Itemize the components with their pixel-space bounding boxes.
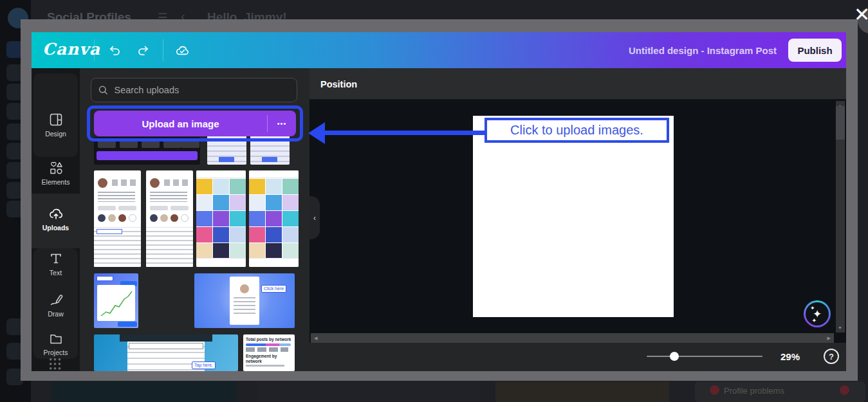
sidebar-item-label: Text bbox=[50, 269, 62, 277]
zoom-level: 29% bbox=[780, 351, 800, 362]
tutorial-tooltip: Click to upload images. bbox=[485, 118, 669, 143]
sidebar-item-label: Projects bbox=[44, 349, 68, 356]
undo-icon[interactable] bbox=[107, 43, 122, 57]
upload-thumbnail[interactable]: Click here bbox=[194, 273, 295, 328]
upload-thumbnail[interactable]: Tap here. bbox=[94, 334, 238, 371]
close-icon[interactable]: ✕ bbox=[854, 3, 868, 26]
draw-icon bbox=[49, 292, 63, 307]
scroll-left-icon[interactable]: ◀ bbox=[314, 336, 317, 341]
redo-icon[interactable] bbox=[136, 43, 151, 57]
uploads-panel: Upload an image ••• bbox=[80, 68, 309, 371]
zoom-slider-thumb[interactable] bbox=[670, 352, 679, 361]
tap-here-label: Tap here. bbox=[192, 361, 216, 369]
vertical-scrollbar[interactable]: ▲ ▼ bbox=[836, 101, 845, 333]
error-icon bbox=[710, 385, 719, 395]
search-icon bbox=[98, 84, 108, 96]
canvas-area: Click to upload images. ‹ ✦✦✦ ▲ ▼ ◀ ▶ bbox=[309, 100, 846, 371]
sidebar-item-label: Uploads bbox=[42, 224, 69, 232]
sidebar-item-label: Draw bbox=[48, 310, 64, 318]
background-image bbox=[51, 381, 237, 402]
elements-icon bbox=[49, 160, 63, 176]
assistant-button[interactable]: ✦✦✦ bbox=[804, 300, 831, 327]
sparkle-icon: ✦✦✦ bbox=[806, 302, 829, 325]
publish-button[interactable]: Publish bbox=[788, 39, 842, 62]
tutorial-arrow bbox=[322, 131, 486, 135]
apps-grid-icon[interactable]: ●●●●●●●●● bbox=[47, 357, 64, 370]
text-icon bbox=[49, 251, 63, 266]
sidebar-item-label: Elements bbox=[42, 178, 70, 186]
canva-topbar: Canva Untitled design - Instagram Post bbox=[32, 32, 846, 68]
upload-thumbnail[interactable] bbox=[146, 170, 193, 267]
profile-problems-label: Profile problems bbox=[724, 386, 784, 396]
tutorial-modal: Canva Untitled design - Instagram Post bbox=[21, 19, 858, 381]
upload-thumbnail[interactable] bbox=[249, 170, 299, 267]
collapse-panel-button[interactable]: ‹ bbox=[309, 196, 320, 239]
design-icon bbox=[49, 112, 63, 127]
help-button[interactable]: ? bbox=[824, 349, 839, 364]
design-page[interactable] bbox=[473, 116, 674, 317]
scroll-down-icon[interactable]: ▼ bbox=[838, 325, 842, 330]
projects-icon bbox=[49, 331, 63, 346]
uploads-icon bbox=[48, 206, 64, 221]
upload-thumbnail[interactable]: Total posts by network Engagement by net… bbox=[243, 334, 295, 371]
cloud-saved-icon bbox=[174, 43, 189, 57]
search-input[interactable] bbox=[114, 85, 290, 95]
sidebar-item-projects[interactable]: Projects bbox=[32, 331, 80, 356]
tutorial-tooltip-text: Click to upload images. bbox=[510, 123, 643, 138]
canva-logo: Canva bbox=[42, 40, 100, 59]
zoom-bar: 29% ? bbox=[309, 343, 846, 371]
sidebar-item-label: Design bbox=[45, 130, 66, 138]
divider bbox=[94, 39, 95, 61]
upload-thumbnail[interactable] bbox=[196, 170, 246, 267]
position-button[interactable]: Position bbox=[320, 79, 357, 89]
more-options-icon[interactable]: ••• bbox=[268, 120, 296, 127]
scroll-right-icon[interactable]: ▶ bbox=[827, 336, 831, 341]
editor-rail: Design Elements bbox=[32, 68, 80, 371]
sidebar-item-design[interactable]: Design bbox=[32, 112, 80, 138]
document-title[interactable]: Untitled design - Instagram Post bbox=[629, 45, 777, 56]
background-image bbox=[257, 381, 479, 402]
context-toolbar: Position bbox=[309, 68, 846, 100]
tutorial-arrow-head bbox=[308, 122, 325, 144]
stats-title: Engagement by network bbox=[246, 354, 292, 364]
scrollbar-thumb[interactable] bbox=[836, 106, 845, 140]
upload-thumbnail[interactable] bbox=[94, 273, 138, 328]
background-image bbox=[495, 381, 669, 402]
search-box[interactable] bbox=[91, 78, 297, 102]
upload-button-label: Upload an image bbox=[94, 118, 267, 129]
divider bbox=[163, 39, 163, 61]
upload-thumbnail[interactable] bbox=[94, 170, 141, 267]
zoom-slider[interactable] bbox=[647, 356, 762, 357]
sidebar-item-elements[interactable]: Elements bbox=[32, 160, 80, 186]
upload-image-button[interactable]: Upload an image ••• bbox=[94, 111, 296, 136]
sidebar-item-text[interactable]: Text bbox=[32, 251, 80, 277]
click-here-label: Click here bbox=[261, 285, 286, 293]
chevron-left-icon: ‹ bbox=[313, 214, 316, 223]
stats-title: Total posts by network bbox=[246, 337, 292, 342]
sidebar-item-draw[interactable]: Draw bbox=[32, 292, 80, 318]
sidebar-item-uploads[interactable]: Uploads bbox=[32, 206, 80, 232]
error-icon bbox=[840, 385, 849, 395]
canva-screenshot: Canva Untitled design - Instagram Post bbox=[32, 32, 846, 371]
horizontal-scrollbar[interactable]: ◀ ▶ bbox=[311, 333, 834, 343]
